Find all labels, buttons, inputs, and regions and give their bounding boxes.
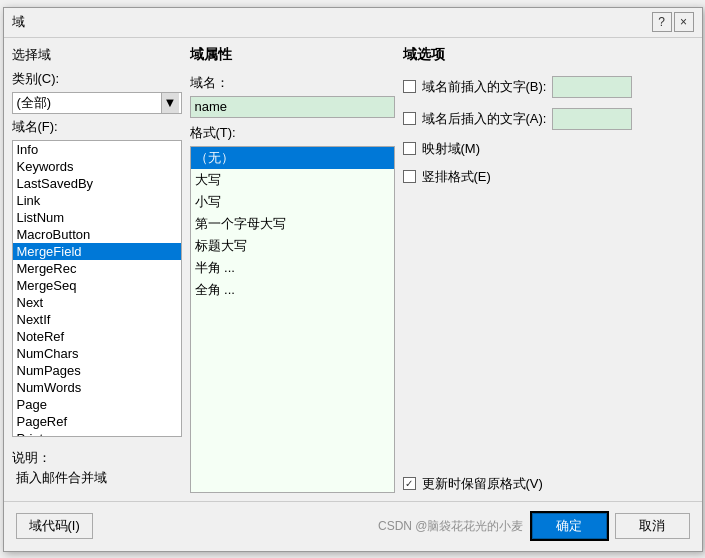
field-list-item[interactable]: Print	[13, 430, 181, 437]
field-props-title: 域属性	[190, 46, 395, 68]
option2-label: 域名后插入的文字(A):	[422, 110, 547, 128]
field-props-label: 域属性	[190, 46, 395, 64]
option2-checkbox[interactable]	[403, 112, 416, 125]
desc-label: 说明：	[12, 449, 182, 467]
field-list-item[interactable]: NumChars	[13, 345, 181, 362]
watermark: CSDN @脑袋花花光的小麦	[378, 518, 524, 535]
option-row-3: 映射域(M)	[403, 140, 694, 158]
field-code-button[interactable]: 域代码(I)	[16, 513, 93, 539]
field-list-item[interactable]: PageRef	[13, 413, 181, 430]
field-list-item[interactable]: MergeRec	[13, 260, 181, 277]
field-list-item[interactable]: Keywords	[13, 158, 181, 175]
dialog-window: 域 ? × 选择域 类别(C): (全部) ▼ 域名(F): InfoKeywo…	[3, 7, 703, 552]
format-list-item[interactable]: 大写	[191, 169, 394, 191]
right-panel: 域选项 域名前插入的文字(B): 域名后插入的文字(A): 映射域(M)	[403, 46, 694, 493]
preserve-label: 更新时保留原格式(V)	[422, 475, 543, 493]
format-list-item[interactable]: 小写	[191, 191, 394, 213]
option-row-2: 域名后插入的文字(A):	[403, 108, 694, 130]
option3-checkbox[interactable]	[403, 142, 416, 155]
cancel-button[interactable]: 取消	[615, 513, 690, 539]
field-list-item[interactable]: Page	[13, 396, 181, 413]
field-listbox[interactable]: InfoKeywordsLastSavedByLinkListNumMacroB…	[12, 140, 182, 437]
format-list-item[interactable]: （无）	[191, 147, 394, 169]
field-name-input[interactable]	[190, 96, 395, 118]
description-area: 说明： 插入邮件合并域	[12, 445, 182, 493]
ok-button[interactable]: 确定	[532, 513, 607, 539]
option-row-1: 域名前插入的文字(B):	[403, 76, 694, 98]
field-list-item[interactable]: Link	[13, 192, 181, 209]
dialog-title: 域	[12, 13, 25, 31]
option2-input[interactable]	[552, 108, 632, 130]
option4-label: 竖排格式(E)	[422, 168, 491, 186]
category-combo[interactable]: (全部) ▼	[12, 92, 182, 114]
format-list-item[interactable]: 第一个字母大写	[191, 213, 394, 235]
category-value: (全部)	[15, 94, 161, 112]
format-listbox[interactable]: （无）大写小写第一个字母大写标题大写半角 ...全角 ...	[190, 146, 395, 493]
format-list-item[interactable]: 半角 ...	[191, 257, 394, 279]
field-list-item[interactable]: MacroButton	[13, 226, 181, 243]
left-panel: 选择域 类别(C): (全部) ▼ 域名(F): InfoKeywordsLas…	[12, 46, 182, 493]
field-list-item[interactable]: NumWords	[13, 379, 181, 396]
category-arrow[interactable]: ▼	[161, 93, 179, 113]
field-name-input-row: 域名：	[190, 74, 395, 118]
field-list-item[interactable]: NextIf	[13, 311, 181, 328]
option1-input[interactable]	[552, 76, 632, 98]
field-list-item[interactable]: NumPages	[13, 362, 181, 379]
select-field-title: 选择域	[12, 46, 182, 64]
format-list-item[interactable]: 全角 ...	[191, 279, 394, 301]
field-list-item[interactable]: ListNum	[13, 209, 181, 226]
option4-checkbox[interactable]	[403, 170, 416, 183]
option3-label: 映射域(M)	[422, 140, 481, 158]
category-label: 类别(C):	[12, 70, 182, 88]
field-name-row: 域名(F): InfoKeywordsLastSavedByLinkListNu…	[12, 118, 182, 437]
format-row: 格式(T): （无）大写小写第一个字母大写标题大写半角 ...全角 ...	[190, 124, 395, 493]
bottom-right: CSDN @脑袋花花光的小麦 确定 取消	[378, 513, 690, 539]
title-bar: 域 ? ×	[4, 8, 702, 38]
options-area: 域名前插入的文字(B): 域名后插入的文字(A): 映射域(M) 竖排格式(E)	[403, 76, 694, 493]
format-list-item[interactable]: 标题大写	[191, 235, 394, 257]
option-row-4: 竖排格式(E)	[403, 168, 694, 186]
category-row: 类别(C): (全部) ▼	[12, 70, 182, 114]
option1-checkbox[interactable]	[403, 80, 416, 93]
help-button[interactable]: ?	[652, 12, 672, 32]
section-select-field: 选择域	[12, 46, 182, 66]
format-label: 格式(T):	[190, 124, 395, 142]
preserve-format-row: 更新时保留原格式(V)	[403, 471, 694, 493]
title-controls: ? ×	[652, 12, 694, 32]
bottom-bar: 域代码(I) CSDN @脑袋花花光的小麦 确定 取消	[4, 501, 702, 551]
field-list-item[interactable]: Next	[13, 294, 181, 311]
desc-text: 插入邮件合并域	[12, 467, 182, 489]
preserve-checkbox[interactable]	[403, 477, 416, 490]
field-name-input-label: 域名：	[190, 74, 395, 92]
field-name-label: 域名(F):	[12, 118, 182, 136]
field-list-item[interactable]: Info	[13, 141, 181, 158]
field-list-item[interactable]: LastSavedBy	[13, 175, 181, 192]
field-list-item[interactable]: MergeField	[13, 243, 181, 260]
field-list-item[interactable]: MergeSeq	[13, 277, 181, 294]
close-button[interactable]: ×	[674, 12, 694, 32]
field-list-item[interactable]: NoteRef	[13, 328, 181, 345]
bottom-left: 域代码(I)	[16, 513, 93, 539]
option1-label: 域名前插入的文字(B):	[422, 78, 547, 96]
middle-panel: 域属性 域名： 格式(T): （无）大写小写第一个字母大写标题大写半角 ...全…	[190, 46, 395, 493]
field-options-title: 域选项	[403, 46, 694, 64]
dialog-body: 选择域 类别(C): (全部) ▼ 域名(F): InfoKeywordsLas…	[4, 38, 702, 501]
